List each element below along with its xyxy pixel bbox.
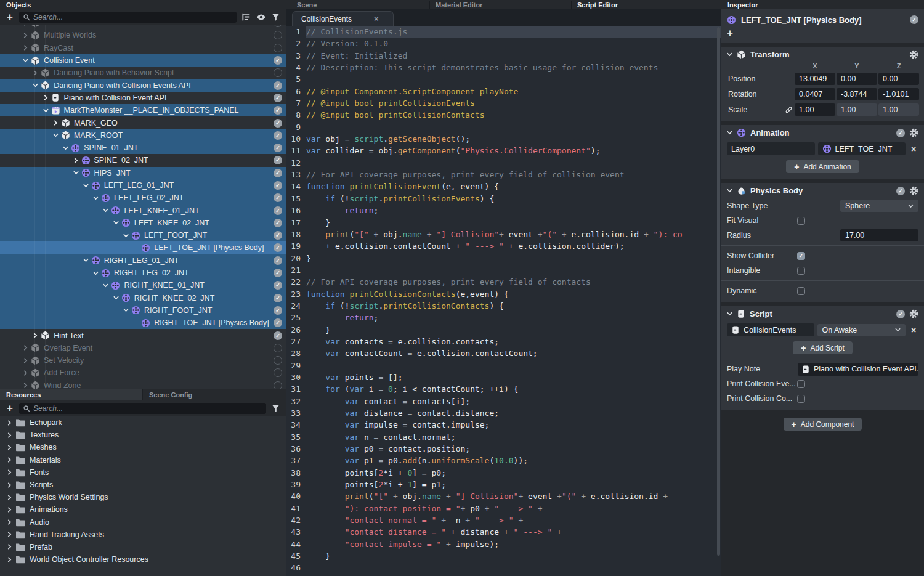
visibility-checkbox[interactable]	[274, 31, 282, 39]
resource-folder-row[interactable]: Scripts	[0, 479, 286, 491]
tree-item[interactable]: Kinematics	[0, 25, 286, 29]
visibility-checkbox[interactable]	[274, 344, 282, 352]
code-line[interactable]: 13// For API coverage purposes, print ev…	[286, 169, 721, 181]
link-icon[interactable]	[784, 106, 793, 114]
chevron-down-icon[interactable]	[41, 108, 51, 113]
position-x-field[interactable]: 13.0049	[795, 73, 835, 85]
chevron-right-icon[interactable]	[5, 420, 14, 426]
code-line[interactable]: 28 var contactCount = e.collision.contac…	[286, 347, 721, 359]
resources-search-box[interactable]	[19, 403, 266, 414]
resource-folder-row[interactable]: Textures	[0, 429, 286, 441]
tree-item[interactable]: Add Force	[0, 367, 286, 379]
tree-item[interactable]: LEFT_TOE_JNT [Physics Body]✓	[0, 241, 286, 254]
objects-search-input[interactable]	[33, 13, 233, 22]
code-line[interactable]: 8// @input bool printCollisionContacts	[286, 109, 721, 121]
tree-item[interactable]: LEFT_LEG_01_JNT✓	[0, 179, 286, 192]
code-line[interactable]: 29	[286, 360, 721, 371]
code-line[interactable]: 19 + e.collision.contactCount + " ---> "…	[286, 240, 721, 252]
dynamic-checkbox[interactable]	[797, 287, 805, 295]
visibility-checkbox[interactable]: ✓	[274, 256, 282, 265]
code-line[interactable]: 46	[286, 562, 721, 574]
resource-folder-row[interactable]: Audio	[0, 516, 286, 529]
code-line[interactable]: 37 var p1 = p0.add(n.uniformScale(10.0))…	[286, 455, 721, 466]
code-line[interactable]: 17 }	[286, 217, 721, 229]
code-line[interactable]: 12	[286, 157, 721, 169]
chevron-right-icon[interactable]	[5, 507, 14, 513]
chevron-right-icon[interactable]	[41, 95, 51, 100]
visibility-checkbox[interactable]: ✓	[274, 243, 282, 252]
visibility-checkbox[interactable]: ✓	[274, 306, 282, 315]
chevron-right-icon[interactable]	[21, 33, 30, 38]
code-line[interactable]: 38 points[2*i + 0] = p0;	[286, 467, 721, 479]
code-line[interactable]: 39 points[2*i + 1] = p1;	[286, 479, 721, 490]
tree-item[interactable]: Dancing Piano with Collision Events API✓	[0, 79, 286, 91]
chevron-right-icon[interactable]	[5, 557, 14, 562]
chevron-right-icon[interactable]	[5, 482, 14, 488]
rotation-z-field[interactable]: -1.0101	[878, 88, 919, 100]
code-line[interactable]: 4// Description: This script demonstrate…	[286, 62, 721, 73]
editor-scrollbar[interactable]	[717, 27, 720, 556]
intangible-checkbox[interactable]	[797, 267, 805, 275]
chevron-right-icon[interactable]	[5, 445, 14, 450]
remove-animation-icon[interactable]: ×	[909, 144, 918, 154]
chevron-right-icon[interactable]	[5, 469, 14, 475]
code-line[interactable]: 32 var contact = contacts[i];	[286, 395, 721, 407]
tree-item[interactable]: RIGHT_LEG_01_JNT✓	[0, 254, 286, 267]
chevron-down-icon[interactable]	[101, 208, 110, 213]
code-line[interactable]: 42 "contact normal = " + n + " ---> " +	[286, 514, 721, 526]
visibility-checkbox[interactable]: ✓	[274, 181, 282, 190]
chevron-down-icon[interactable]	[101, 283, 110, 288]
filter-icon[interactable]	[270, 404, 281, 413]
resource-folder-row[interactable]: Physics World Settings	[0, 491, 286, 503]
visibility-checkbox[interactable]: ✓	[274, 206, 282, 215]
chevron-right-icon[interactable]	[5, 544, 14, 550]
add-animation-button[interactable]: +Add Animation	[786, 160, 859, 173]
visibility-checkbox[interactable]: ✓	[274, 281, 282, 290]
visibility-checkbox[interactable]: ✓	[274, 156, 282, 164]
gear-icon[interactable]	[909, 50, 918, 59]
visibility-checkbox[interactable]	[274, 68, 282, 77]
chevron-right-icon[interactable]	[21, 383, 30, 388]
code-line[interactable]: 34 var impulse = contact.impulse;	[286, 419, 721, 431]
chevron-down-icon[interactable]	[91, 195, 100, 201]
chevron-down-icon[interactable]	[61, 145, 70, 151]
filter-icon[interactable]	[270, 13, 281, 22]
resource-folder-row[interactable]: Animations	[0, 503, 286, 516]
tree-item[interactable]: Multiple Worlds	[0, 29, 286, 41]
tree-item[interactable]: LEFT_FOOT_JNT✓	[0, 229, 286, 241]
dock-tab-scene[interactable]: Scene	[297, 0, 317, 9]
fit-visual-checkbox[interactable]	[797, 217, 805, 225]
chevron-down-icon[interactable]	[91, 270, 100, 276]
chevron-down-icon[interactable]	[81, 258, 91, 263]
chevron-down-icon[interactable]	[727, 188, 732, 193]
tree-item[interactable]: Piano with Collision Event API✓	[0, 92, 286, 104]
code-line[interactable]: 11var collider = obj.getComponent("Physi…	[286, 145, 721, 156]
tree-item[interactable]: MarkTheMonster __PLACE_IN_OBJECTS_PANEL✓	[0, 104, 286, 116]
code-line[interactable]: 6// @input Component.ScriptComponent pla…	[286, 86, 721, 97]
code-line[interactable]: 43 "contact distance = " + distance + " …	[286, 526, 721, 538]
code-line[interactable]: 23function printCollisionContacts(e,even…	[286, 288, 721, 300]
code-line[interactable]: 21	[286, 264, 721, 276]
tab-resources[interactable]: Resources	[0, 389, 143, 400]
chevron-right-icon[interactable]	[31, 333, 40, 338]
position-y-field[interactable]: 0.00	[837, 73, 877, 85]
code-line[interactable]: 25 return;	[286, 312, 721, 323]
add-component-button[interactable]: +Add Component	[784, 418, 862, 431]
tree-item[interactable]: SPINE_02_JNT✓	[0, 154, 286, 166]
chevron-down-icon[interactable]	[121, 233, 131, 238]
visibility-checkbox[interactable]	[274, 25, 282, 27]
code-line[interactable]: 26 }	[286, 324, 721, 336]
visibility-checkbox[interactable]: ✓	[274, 56, 282, 65]
code-line[interactable]: 20}	[286, 253, 721, 264]
tree-item[interactable]: LEFT_KNEE_01_JNT✓	[0, 204, 286, 216]
chevron-down-icon[interactable]	[111, 220, 121, 225]
scale-x-field[interactable]: 1.00	[795, 103, 835, 116]
outline-icon[interactable]	[241, 12, 251, 22]
chevron-right-icon[interactable]	[5, 432, 14, 438]
objects-tree[interactable]: KinematicsMultiple WorldsRayCastCollisio…	[0, 25, 286, 389]
tree-item[interactable]: Overlap Event	[0, 342, 286, 354]
visibility-checkbox[interactable]: ✓	[274, 231, 282, 240]
visibility-checkbox[interactable]	[274, 356, 282, 365]
visibility-checkbox[interactable]: ✓	[274, 119, 282, 128]
print-collision-events-checkbox[interactable]	[797, 380, 805, 388]
